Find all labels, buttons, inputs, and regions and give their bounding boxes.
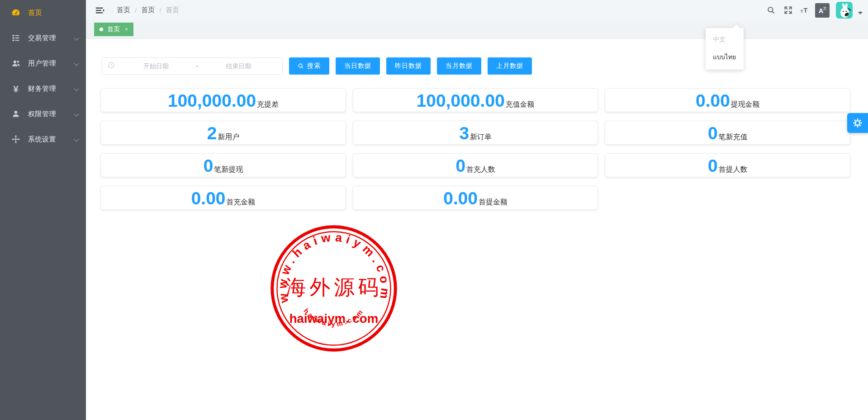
tab-label: 首页 — [107, 25, 120, 33]
sidebar-item-system[interactable]: 系统设置 — [0, 127, 86, 152]
stamp-outer-ring — [272, 227, 396, 350]
stat-value: 0.00 — [443, 188, 478, 209]
stat-value: 2 — [207, 123, 217, 144]
stat-value: 3 — [459, 123, 469, 144]
stat-value: 0 — [203, 156, 213, 176]
settings-fab-button[interactable] — [847, 113, 868, 133]
translate-icon[interactable]: A 文 — [815, 3, 830, 18]
watermark-stamp: www.haiwaiym.com 海外源码 haiwaiym. com haiw… — [268, 222, 400, 355]
chevron-down-icon — [74, 86, 79, 91]
font-size-icon[interactable]: T T — [798, 0, 812, 20]
today-data-button[interactable]: 当日数据 — [336, 57, 380, 75]
language-option-chinese[interactable]: 中文 — [706, 32, 744, 48]
stat-label: 笔新提现 — [214, 165, 243, 175]
stat-card-withdraw-amount: 0.00 提现金额 — [605, 88, 850, 112]
tabbar: 首页 × — [86, 20, 868, 39]
last-month-data-button[interactable]: 上月数据 — [488, 57, 532, 75]
svg-text:T: T — [804, 7, 808, 14]
stat-label: 首提金额 — [479, 198, 508, 207]
language-option-thai[interactable]: แบบไทย — [706, 48, 744, 66]
stat-label: 笔新充值 — [719, 132, 748, 142]
gear-icon — [852, 118, 863, 128]
search-icon — [298, 63, 304, 69]
topbar: 首页 / 首页 / 首页 T T — [86, 0, 868, 20]
sidebar-item-label: 交易管理 — [28, 34, 74, 42]
stat-value: 100,000.00 — [168, 90, 256, 111]
dashboard-icon — [11, 8, 21, 18]
stat-label: 充值金额 — [506, 100, 535, 109]
stat-card-new-withdraw-count: 0 笔新提现 — [100, 153, 346, 177]
this-month-data-button[interactable]: 当月数据 — [437, 57, 481, 75]
sidebar-item-permissions[interactable]: 权限管理 — [0, 101, 86, 127]
search-button[interactable]: 搜索 — [289, 57, 329, 75]
tab-active-dot — [100, 28, 103, 31]
svg-text:T: T — [801, 9, 803, 14]
stat-label: 首充金额 — [226, 198, 255, 207]
stat-card-recharge-amount: 100,000.00 充值金额 — [353, 88, 598, 112]
dropdown-caret-icon[interactable] — [858, 12, 863, 14]
main-area: 首页 / 首页 / 首页 T T — [86, 0, 868, 420]
sidebar-item-users[interactable]: 用户管理 — [0, 51, 86, 76]
stat-label: 充提差 — [257, 100, 279, 109]
stat-card-recharge-withdraw-diff: 100,000.00 充提差 — [100, 88, 346, 112]
stat-value: 0 — [708, 156, 718, 176]
avatar[interactable] — [836, 2, 853, 19]
language-menu: 中文 แบบไทย — [706, 28, 744, 70]
yesterday-data-button[interactable]: 昨日数据 — [386, 57, 431, 75]
fullscreen-icon[interactable] — [781, 0, 795, 20]
chevron-down-icon — [74, 36, 79, 40]
stamp-middle-text: haiwaiym. com — [289, 311, 379, 326]
sidebar-item-transactions[interactable]: 交易管理 — [0, 25, 86, 51]
stat-card-first-withdraw-users: 0 首提人数 — [605, 153, 850, 177]
stat-label: 新用户 — [218, 132, 239, 142]
breadcrumb-separator: / — [135, 6, 137, 14]
stat-label: 首提人数 — [719, 165, 748, 175]
stamp-center-text: 海外源码 — [285, 276, 382, 299]
stat-value: 0.00 — [696, 90, 730, 111]
search-icon[interactable] — [764, 0, 778, 20]
stat-card-first-recharge-users: 0 首充人数 — [353, 153, 598, 177]
sidebar-item-label: 权限管理 — [28, 110, 74, 118]
stat-label: 提现金额 — [731, 100, 760, 109]
chevron-down-icon — [74, 112, 79, 116]
tab-home[interactable]: 首页 × — [94, 23, 133, 36]
stamp-inner-ring — [277, 231, 390, 345]
stat-value: 100,000.00 — [416, 90, 504, 111]
date-range-input[interactable]: - — [102, 57, 283, 75]
breadcrumb-item[interactable]: 首页 — [117, 6, 130, 14]
topbar-actions: T T A 文 — [764, 0, 863, 20]
filter-row: - 搜索 当日数据 昨日数据 当月数据 上月数据 — [86, 39, 868, 75]
stat-label: 首充人数 — [466, 165, 495, 175]
date-separator: - — [194, 62, 200, 70]
stat-value: 0.00 — [191, 188, 225, 209]
svg-text:文: 文 — [823, 6, 827, 10]
stat-card-new-orders: 3 新订单 — [353, 121, 598, 145]
stat-value: 0 — [708, 123, 718, 144]
stamp-bottom-text: haiwaiym.com — [302, 307, 365, 328]
chevron-down-icon — [74, 61, 79, 66]
breadcrumb-item[interactable]: 首页 — [141, 6, 155, 14]
stat-card-new-recharge-count: 0 笔新充值 — [605, 121, 850, 145]
stat-card-new-users: 2 新用户 — [100, 121, 346, 145]
sidebar-item-finance[interactable]: ¥ 财务管理 — [0, 76, 86, 101]
sidebar-item-label: 财务管理 — [28, 85, 74, 93]
sidebar-item-home[interactable]: 首页 — [0, 0, 86, 25]
transactions-icon — [11, 33, 21, 43]
sidebar-item-label: 用户管理 — [28, 59, 74, 68]
sidebar-collapse-icon[interactable] — [93, 4, 107, 17]
stat-card-first-withdraw-amount: 0.00 首提金额 — [353, 186, 598, 210]
stat-cards: 100,000.00 充提差 100,000.00 充值金额 0.00 提现金额… — [100, 88, 850, 210]
clock-icon — [108, 61, 115, 71]
finance-icon: ¥ — [11, 84, 21, 94]
sidebar-item-label: 首页 — [28, 9, 80, 17]
users-icon — [11, 58, 21, 68]
end-date-input[interactable] — [200, 62, 277, 70]
permissions-icon — [11, 109, 21, 119]
stat-card-first-recharge-amount: 0.00 首充金额 — [100, 186, 346, 210]
stat-value: 0 — [455, 156, 465, 176]
start-date-input[interactable] — [118, 62, 194, 70]
stamp-top-text: www.haiwaiym.com — [275, 230, 392, 304]
tab-close-icon[interactable]: × — [125, 26, 128, 33]
stat-label: 新订单 — [470, 132, 492, 142]
breadcrumb-separator: / — [159, 6, 161, 14]
